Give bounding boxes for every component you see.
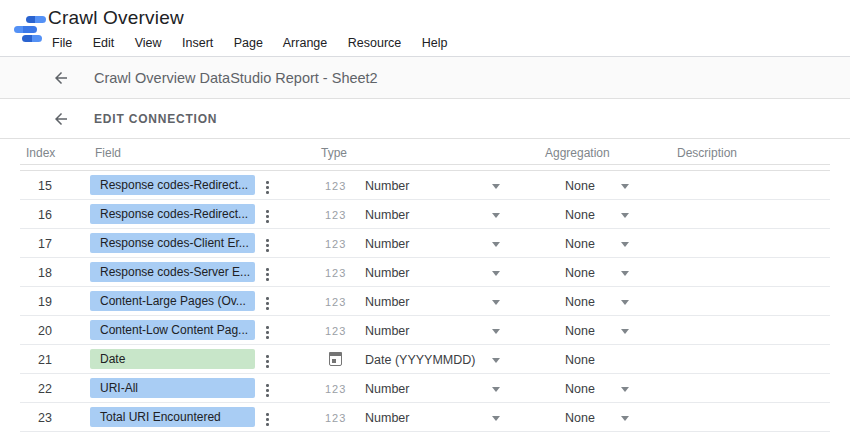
field-index: 20 <box>38 324 52 338</box>
field-index: 23 <box>38 411 52 425</box>
type-select-value[interactable]: Number <box>365 295 409 309</box>
edit-connection-label[interactable]: EDIT CONNECTION <box>94 112 217 126</box>
more-options-icon[interactable] <box>264 295 271 312</box>
field-index: 18 <box>38 266 52 280</box>
logo-bar <box>22 35 42 42</box>
field-chip[interactable]: URI-All <box>90 378 255 398</box>
type-select-value[interactable]: Number <box>365 208 409 222</box>
table-row: 15 Response codes-Redirect... 123 Number… <box>20 171 830 200</box>
fields-table-header: Index Field Type Aggregation Description <box>20 139 830 165</box>
more-options-icon[interactable] <box>264 208 271 225</box>
more-options-icon[interactable] <box>264 266 271 283</box>
field-index: 21 <box>38 353 52 367</box>
type-dropdown-arrow-icon[interactable] <box>492 416 500 421</box>
field-chip[interactable]: Date <box>90 349 255 369</box>
menu-item-file[interactable]: File <box>52 36 72 50</box>
column-header-index: Index <box>26 146 55 160</box>
field-index: 17 <box>38 237 52 251</box>
menu-item-arrange[interactable]: Arrange <box>283 36 327 50</box>
aggregation-dropdown-arrow-icon[interactable] <box>621 242 629 247</box>
logo-bar <box>14 26 37 33</box>
aggregation-dropdown-arrow-icon[interactable] <box>621 271 629 276</box>
table-row: 18 Response codes-Server E... 123 Number… <box>20 258 830 287</box>
aggregation-select-value[interactable]: None <box>565 179 595 193</box>
aggregation-select-value[interactable]: None <box>565 353 595 367</box>
type-dropdown-arrow-icon[interactable] <box>492 300 500 305</box>
aggregation-select-value[interactable]: None <box>565 266 595 280</box>
number-type-icon: 123 <box>325 296 346 308</box>
type-select-value[interactable]: Number <box>365 324 409 338</box>
type-dropdown-arrow-icon[interactable] <box>492 358 500 363</box>
datasource-title: Crawl Overview DataStudio Report - Sheet… <box>94 70 378 86</box>
menu-item-page[interactable]: Page <box>234 36 263 50</box>
logo-bar <box>26 16 46 23</box>
type-select-value[interactable]: Number <box>365 237 409 251</box>
number-type-icon: 123 <box>325 412 346 424</box>
back-arrow-icon[interactable] <box>52 69 70 87</box>
table-row: 23 Total URI Encountered 123 Number None <box>20 403 830 432</box>
field-index: 15 <box>38 179 52 193</box>
more-options-icon[interactable] <box>264 324 271 341</box>
type-select-value[interactable]: Number <box>365 382 409 396</box>
field-chip[interactable]: Response codes-Redirect... <box>90 204 255 224</box>
back-arrow-glyph <box>52 69 70 87</box>
aggregation-select-value[interactable]: None <box>565 295 595 309</box>
aggregation-dropdown-arrow-icon[interactable] <box>621 329 629 334</box>
number-type-icon: 123 <box>325 383 346 395</box>
edit-connection-bar: EDIT CONNECTION <box>0 99 850 139</box>
menu-item-resource[interactable]: Resource <box>348 36 402 50</box>
more-options-icon[interactable] <box>264 179 271 196</box>
type-select-value[interactable]: Number <box>365 266 409 280</box>
column-header-description: Description <box>677 146 737 160</box>
aggregation-dropdown-arrow-icon[interactable] <box>621 387 629 392</box>
report-name-title: Crawl Overview <box>48 7 184 29</box>
type-dropdown-arrow-icon[interactable] <box>492 271 500 276</box>
type-dropdown-arrow-icon[interactable] <box>492 242 500 247</box>
type-dropdown-arrow-icon[interactable] <box>492 213 500 218</box>
table-row: 21 Date Date (YYYYMMDD) None <box>20 345 830 374</box>
fields-table-body: 15 Response codes-Redirect... 123 Number… <box>20 170 830 432</box>
aggregation-dropdown-arrow-icon[interactable] <box>621 300 629 305</box>
menu-item-edit[interactable]: Edit <box>93 36 115 50</box>
menu-item-help[interactable]: Help <box>422 36 448 50</box>
table-row: 16 Response codes-Redirect... 123 Number… <box>20 200 830 229</box>
field-chip[interactable]: Content-Low Content Pag... <box>90 320 255 340</box>
more-options-icon[interactable] <box>264 382 271 399</box>
number-type-icon: 123 <box>325 209 346 221</box>
type-dropdown-arrow-icon[interactable] <box>492 387 500 392</box>
more-options-icon[interactable] <box>264 237 271 254</box>
datastudio-logo-icon[interactable] <box>13 11 51 47</box>
number-type-icon: 123 <box>325 325 346 337</box>
number-type-icon: 123 <box>325 180 346 192</box>
top-header: Crawl Overview File Edit View Insert Pag… <box>0 0 850 57</box>
table-row: 20 Content-Low Content Pag... 123 Number… <box>20 316 830 345</box>
aggregation-select-value[interactable]: None <box>565 324 595 338</box>
menu-item-insert[interactable]: Insert <box>182 36 213 50</box>
field-chip[interactable]: Response codes-Client Er... <box>90 233 255 253</box>
field-index: 22 <box>38 382 52 396</box>
aggregation-dropdown-arrow-icon[interactable] <box>621 213 629 218</box>
aggregation-select-value[interactable]: None <box>565 411 595 425</box>
type-dropdown-arrow-icon[interactable] <box>492 329 500 334</box>
aggregation-dropdown-arrow-icon[interactable] <box>621 184 629 189</box>
field-chip[interactable]: Content-Large Pages (Ov... <box>90 291 255 311</box>
type-select-value[interactable]: Date (YYYYMMDD) <box>365 353 475 367</box>
field-chip[interactable]: Total URI Encountered <box>90 407 255 427</box>
type-dropdown-arrow-icon[interactable] <box>492 184 500 189</box>
field-chip[interactable]: Response codes-Redirect... <box>90 175 255 195</box>
field-index: 19 <box>38 295 52 309</box>
edit-connection-back-arrow-icon[interactable] <box>52 110 70 128</box>
back-arrow-glyph <box>52 110 70 128</box>
type-select-value[interactable]: Number <box>365 411 409 425</box>
more-options-icon[interactable] <box>264 411 271 428</box>
aggregation-select-value[interactable]: None <box>565 382 595 396</box>
menu-item-view[interactable]: View <box>135 36 162 50</box>
column-header-type: Type <box>321 146 347 160</box>
field-chip[interactable]: Response codes-Server E... <box>90 262 255 282</box>
more-options-icon[interactable] <box>264 353 271 370</box>
fields-table: Index Field Type Aggregation Description… <box>20 139 830 432</box>
aggregation-dropdown-arrow-icon[interactable] <box>621 416 629 421</box>
aggregation-select-value[interactable]: None <box>565 208 595 222</box>
aggregation-select-value[interactable]: None <box>565 237 595 251</box>
type-select-value[interactable]: Number <box>365 179 409 193</box>
